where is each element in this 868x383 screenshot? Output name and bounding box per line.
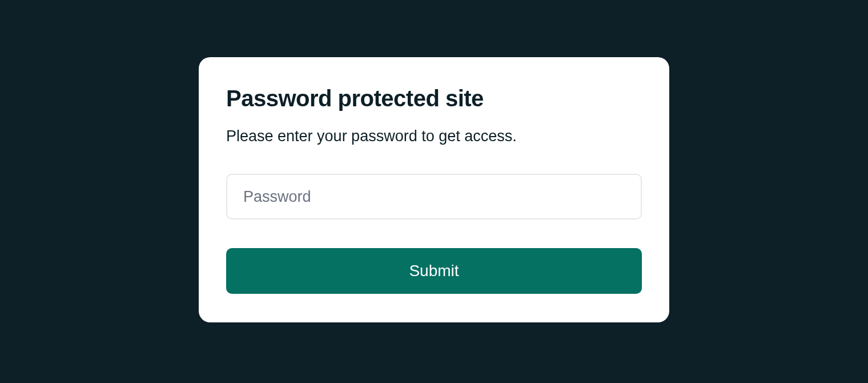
password-card: Password protected site Please enter you… (199, 57, 669, 322)
card-description: Please enter your password to get access… (226, 127, 642, 145)
submit-button[interactable]: Submit (226, 248, 642, 294)
password-field[interactable] (226, 174, 642, 220)
card-title: Password protected site (226, 86, 642, 111)
